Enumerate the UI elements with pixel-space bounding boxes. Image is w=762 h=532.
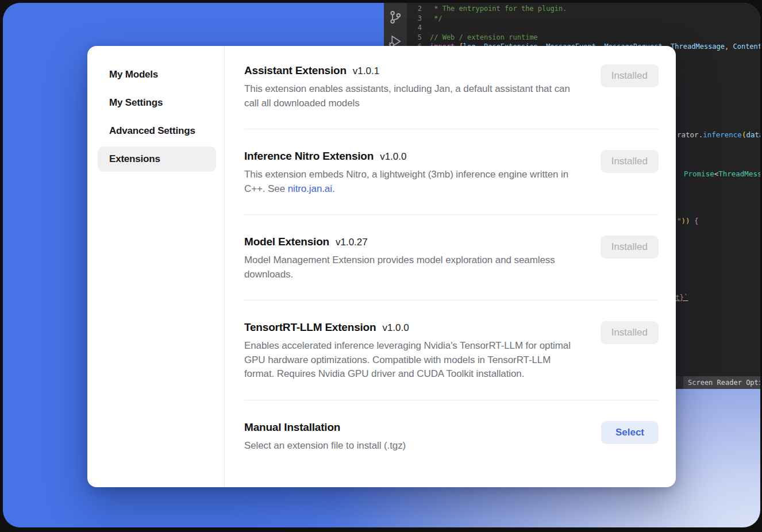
sidebar-item-advanced-settings[interactable]: Advanced Settings	[98, 118, 216, 144]
code-line: 4	[407, 23, 760, 33]
extension-description: Enables accelerated inference leveraging…	[244, 339, 580, 381]
code-fragment: Promise<ThreadMessage>	[684, 169, 760, 178]
app-window: 2 * The entrypoint for the plugin. 3 */ …	[3, 3, 760, 527]
settings-sidebar: My Models My Settings Advanced Settings …	[87, 46, 224, 487]
extensions-list: Assistant Extension v1.0.1 This extensio…	[225, 46, 676, 487]
extension-version: v1.0.27	[336, 237, 368, 248]
code-line: 2 * The entrypoint for the plugin.	[407, 4, 760, 14]
code-fragment: ")) {	[677, 217, 699, 225]
installed-button[interactable]: Installed	[601, 150, 659, 173]
code-text: // Web / extension runtime	[430, 33, 538, 41]
extension-name: Assistant Extension	[244, 64, 347, 77]
extension-description: This extension enables assistants, inclu…	[244, 82, 580, 110]
sidebar-item-my-models[interactable]: My Models	[98, 62, 216, 87]
code-fragment: rator.inference(data));	[677, 130, 760, 139]
extension-version: v1.0.0	[382, 322, 409, 334]
code-area: 2 * The entrypoint for the plugin. 3 */ …	[407, 3, 760, 52]
extension-item-model: Model Extension v1.0.27 Model Management…	[244, 215, 659, 300]
screen-reader-toast[interactable]: Screen Reader Optimize	[683, 376, 760, 389]
code-text: */	[430, 14, 442, 22]
sidebar-item-my-settings[interactable]: My Settings	[98, 90, 216, 115]
installed-button[interactable]: Installed	[601, 321, 659, 344]
manual-installation-title: Manual Installation	[244, 421, 340, 434]
extension-description: This extension embeds Nitro, a lightweig…	[244, 168, 580, 196]
extension-version: v1.0.0	[380, 151, 406, 163]
manual-installation-item: Manual Installation Select an extension …	[244, 400, 659, 472]
code-line: 5// Web / extension runtime	[407, 33, 760, 43]
source-control-icon[interactable]	[388, 10, 403, 25]
installed-button[interactable]: Installed	[601, 64, 659, 87]
line-number: 3	[407, 14, 422, 24]
code-text: * The entrypoint for the plugin.	[430, 5, 567, 13]
extension-item-tensorrt-llm: TensortRT-LLM Extension v1.0.0 Enables a…	[244, 300, 659, 400]
line-number: 4	[407, 23, 422, 33]
extension-name: Model Extension	[244, 236, 329, 248]
nitro-jan-ai-link[interactable]: nitro.jan.ai.	[288, 183, 335, 194]
extension-name: Inference Nitro Extension	[244, 150, 374, 163]
extension-name: TensortRT-LLM Extension	[244, 321, 376, 334]
line-number: 2	[407, 4, 422, 14]
manual-installation-description: Select an extension file to install (.tg…	[244, 439, 406, 453]
code-line: 3 */	[407, 14, 760, 24]
select-file-button[interactable]: Select	[601, 421, 659, 444]
code-fragment: t}`	[675, 293, 688, 302]
settings-modal: My Models My Settings Advanced Settings …	[87, 46, 676, 487]
installed-button[interactable]: Installed	[601, 236, 659, 259]
extension-item-inference-nitro: Inference Nitro Extension v1.0.0 This ex…	[244, 129, 659, 214]
extension-item-assistant: Assistant Extension v1.0.1 This extensio…	[244, 46, 659, 129]
line-number: 5	[407, 33, 422, 43]
extension-description: Model Management Extension provides mode…	[244, 253, 580, 282]
extension-version: v1.0.1	[353, 65, 379, 77]
sidebar-item-extensions[interactable]: Extensions	[98, 147, 216, 172]
